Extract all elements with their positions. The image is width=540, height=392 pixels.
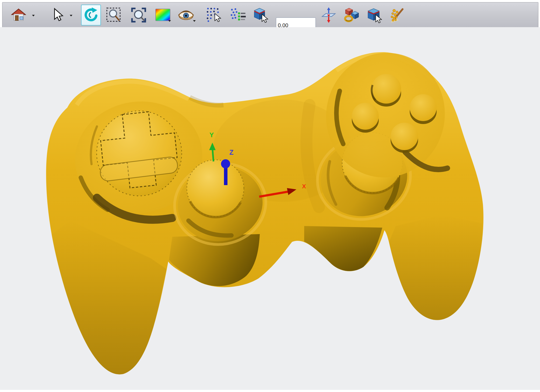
- 3d-viewport-canvas[interactable]: Y Z X: [0, 27, 540, 390]
- y-axis-label: Y: [209, 131, 214, 139]
- x-axis-label: X: [302, 183, 306, 190]
- right-stick-housing: [304, 226, 382, 271]
- gamepad-model: Y Z X: [0, 0, 540, 392]
- button-bottom: [391, 123, 418, 153]
- button-left: [352, 103, 379, 133]
- button-top: [371, 74, 401, 107]
- button-right: [410, 94, 437, 124]
- z-axis-label: Z: [229, 149, 233, 156]
